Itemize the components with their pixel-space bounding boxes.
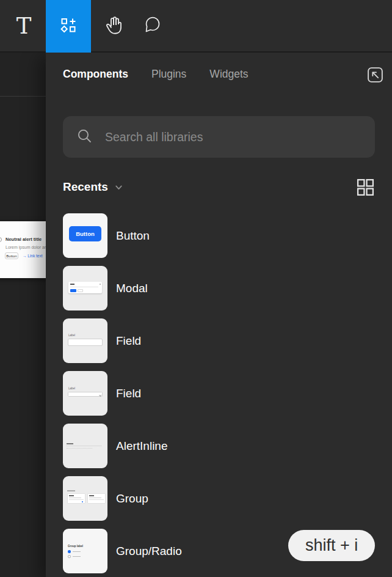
alert-title: Neutral alert title xyxy=(5,237,42,242)
arrow-up-left-square-icon xyxy=(366,65,385,84)
component-label: Group xyxy=(116,492,148,505)
component-label: Group/Radio xyxy=(116,545,182,558)
components-tool-icon xyxy=(59,16,78,37)
comment-tool-button[interactable] xyxy=(139,0,167,51)
component-label: Field xyxy=(116,387,141,400)
thumb-button-preview: Button xyxy=(69,226,101,241)
tab-plugins[interactable]: Plugins xyxy=(151,68,186,81)
canvas-area: Neutral alert title Lorem ipsum dolor am… xyxy=(0,53,46,577)
component-thumbnail: Group label xyxy=(63,529,107,573)
alert-body-text: Lorem ipsum dolor amet conse xyxy=(5,245,46,249)
shortcut-hint-text: shift + i xyxy=(305,536,358,555)
thumb-field-label: Label xyxy=(68,334,75,337)
component-thumbnail: Label xyxy=(63,371,107,416)
tab-widgets[interactable]: Widgets xyxy=(209,68,248,81)
search-input[interactable] xyxy=(105,130,361,144)
recents-dropdown[interactable]: Recents xyxy=(63,180,123,194)
component-list-item-field-select[interactable]: Label Field xyxy=(63,371,392,416)
assets-panel: Components Plugins Widgets Recents xyxy=(46,53,392,577)
canvas-divider-line xyxy=(0,96,46,97)
text-tool-icon: T xyxy=(16,15,32,37)
component-label: Button xyxy=(116,229,150,243)
recents-title: Recents xyxy=(63,180,108,194)
grid-view-icon xyxy=(356,178,375,197)
panel-tab-bar: Components Plugins Widgets xyxy=(46,53,392,95)
thumb-select-preview xyxy=(68,392,103,397)
search-icon xyxy=(76,128,93,147)
component-thumbnail xyxy=(63,476,107,521)
info-circle-icon xyxy=(0,237,2,242)
hand-tool-icon xyxy=(103,14,124,37)
recents-component-list: Button Button Modal Label Field Label xyxy=(63,213,392,573)
tab-components[interactable]: Components xyxy=(63,68,128,81)
open-as-window-button[interactable] xyxy=(364,64,386,86)
component-list-item-modal[interactable]: Modal xyxy=(63,266,392,311)
hand-tool-button[interactable] xyxy=(100,0,128,51)
component-thumbnail xyxy=(63,266,107,311)
component-list-item-alertinline[interactable]: AlertInline xyxy=(63,424,392,468)
shortcut-hint-badge: shift + i xyxy=(288,530,375,561)
component-label: AlertInline xyxy=(116,439,168,453)
library-search-box xyxy=(63,116,375,158)
component-thumbnail: Button xyxy=(63,213,107,258)
recents-header-row: Recents xyxy=(63,177,375,197)
component-thumbnail xyxy=(63,424,107,468)
thumb-alert-preview xyxy=(67,443,73,444)
component-list-item-button[interactable]: Button Button xyxy=(63,213,392,258)
component-thumbnail: Label xyxy=(63,318,107,363)
top-toolbar: T xyxy=(0,0,392,53)
thumb-modal-preview xyxy=(68,282,102,293)
component-list-item-field[interactable]: Label Field xyxy=(63,318,392,363)
radio-unselected-icon xyxy=(68,555,71,558)
chevron-down-icon xyxy=(114,183,123,192)
thumb-radio-group-title: Group label xyxy=(68,545,83,548)
canvas-alert-component[interactable]: Neutral alert title Lorem ipsum dolor am… xyxy=(0,221,46,278)
text-tool-button[interactable]: T xyxy=(10,0,38,51)
thumb-input-preview xyxy=(68,339,103,346)
alert-link: → Link text xyxy=(23,254,43,258)
components-tool-button-active[interactable] xyxy=(46,0,91,53)
grid-view-toggle[interactable] xyxy=(356,178,375,197)
thumb-field-label: Label xyxy=(68,388,75,391)
thumb-group-preview xyxy=(67,490,75,491)
component-label: Modal xyxy=(116,282,148,295)
comment-bubble-icon xyxy=(143,15,162,37)
component-list-item-group[interactable]: Group xyxy=(63,476,392,521)
alert-button: Button xyxy=(5,252,18,259)
component-label: Field xyxy=(116,334,141,348)
radio-selected-icon xyxy=(68,550,71,553)
